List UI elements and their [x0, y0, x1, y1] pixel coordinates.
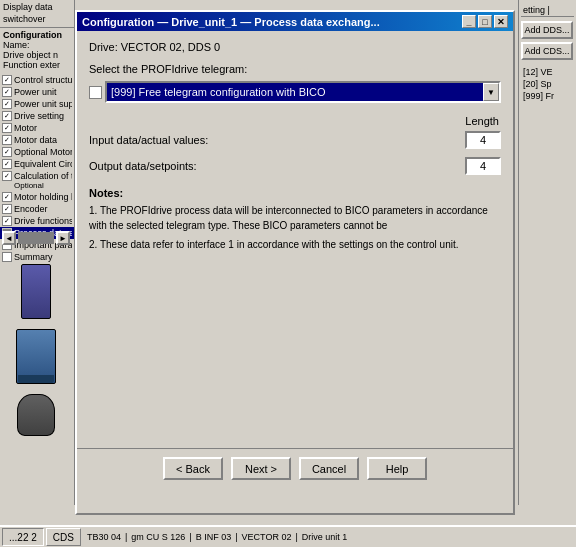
nav-item-equiv-circuit[interactable]: ✓ Equivalent Circuit — [0, 158, 74, 170]
nav-item-optional-motor[interactable]: ✓ Optional Motor Da — [0, 146, 74, 158]
checkbox-control-structure[interactable]: ✓ — [2, 75, 12, 85]
checkbox-equiv-circuit[interactable]: ✓ — [2, 159, 12, 169]
dialog-buttons: < Back Next > Cancel Help — [77, 448, 513, 488]
close-button[interactable]: ✕ — [494, 15, 508, 28]
output-data-row: Output data/setpoints: — [89, 157, 501, 175]
dialog-body: Drive: VECTOR 02, DDS 0 Select the PROFI… — [77, 31, 513, 488]
help-button[interactable]: Help — [367, 457, 427, 480]
nav-item-drive-setting[interactable]: ✓ Drive setting — [0, 110, 74, 122]
device-image-3 — [17, 394, 55, 436]
input-length-field[interactable] — [465, 131, 501, 149]
nav-label: Equivalent Circuit — [14, 159, 72, 169]
optional-badge: Optional — [2, 181, 72, 190]
checkbox-motor-data[interactable]: ✓ — [2, 135, 12, 145]
taskbar-item-1[interactable]: ...22 2 — [2, 528, 44, 546]
dialog-title: Configuration — Drive_unit_1 — Process d… — [82, 16, 462, 28]
dropdown-arrow-icon[interactable]: ▼ — [483, 83, 499, 101]
next-button[interactable]: Next > — [231, 457, 291, 480]
telegram-prompt: Select the PROFIdrive telegram: — [89, 63, 501, 75]
main-dialog: Configuration — Drive_unit_1 — Process d… — [75, 10, 515, 515]
input-data-row: Input data/actual values: — [89, 131, 501, 149]
checkbox-calculation[interactable]: ✓ — [2, 171, 12, 181]
nav-label: Power unit supplie — [14, 99, 72, 109]
telegram-checkbox[interactable] — [89, 86, 102, 99]
dialog-titlebar: Configuration — Drive_unit_1 — Process d… — [77, 12, 513, 31]
nav-label: Power unit — [14, 87, 57, 97]
notes-title: Notes: — [89, 187, 501, 199]
nav-item-motor-data[interactable]: ✓ Motor data — [0, 134, 74, 146]
checkbox-drive-setting[interactable]: ✓ — [2, 111, 12, 121]
add-cds-button[interactable]: Add CDS... — [521, 42, 573, 60]
status-item-3: B INF 03 — [196, 532, 232, 542]
notes-text-1: 1. The PROFIdrive process data will be i… — [89, 203, 501, 233]
notes-text-2: 2. These data refer to interface 1 in ac… — [89, 237, 501, 252]
nav-label: Encoder — [14, 204, 48, 214]
title-buttons: _ □ ✕ — [462, 15, 508, 28]
name-label: Name: — [3, 40, 71, 50]
status-item-1: TB30 04 — [87, 532, 121, 542]
device-images — [2, 255, 70, 445]
nav-item-motor[interactable]: ✓ Motor — [0, 122, 74, 134]
scroll-nav: ◄ ► — [2, 231, 70, 245]
telegram-select-box[interactable]: [999] Free telegram configuration with B… — [105, 81, 501, 103]
status-item-5: Drive unit 1 — [302, 532, 348, 542]
maximize-button[interactable]: □ — [478, 15, 492, 28]
drive-object-label: Drive object n — [3, 50, 71, 60]
status-icon-1: | — [125, 532, 127, 542]
scroll-track — [18, 232, 54, 244]
status-icon-4: | — [295, 532, 297, 542]
checkbox-power-unit-supply[interactable]: ✓ — [2, 99, 12, 109]
nav-label: Control structure — [14, 75, 72, 85]
checkbox-power-unit[interactable]: ✓ — [2, 87, 12, 97]
taskbar-status-area: TB30 04 | gm CU S 126 | B INF 03 | VECTO… — [83, 532, 574, 542]
checkbox-encoder[interactable]: ✓ — [2, 204, 12, 214]
setting-tab: etting | — [521, 4, 574, 17]
checkbox-drive-functions[interactable]: ✓ — [2, 216, 12, 226]
output-data-label: Output data/setpoints: — [89, 160, 465, 172]
back-button[interactable]: < Back — [163, 457, 223, 480]
right-item-3: [999] Fr — [521, 90, 574, 102]
scroll-back-btn[interactable]: ◄ — [2, 231, 16, 245]
nav-label: Motor data — [14, 135, 57, 145]
checkbox-motor-holding[interactable]: ✓ — [2, 192, 12, 202]
nav-label: Calculation of the — [14, 171, 72, 181]
nav-label: Optional Motor Da — [14, 147, 72, 157]
nav-label: Motor holding brak — [14, 192, 72, 202]
nav-item-power-unit-supply[interactable]: ✓ Power unit supplie — [0, 98, 74, 110]
config-section: Configuration Name: Drive object n Funct… — [0, 28, 74, 72]
right-item-2: [20] Sp — [521, 78, 574, 90]
config-label: Configuration — [3, 30, 71, 40]
device-image-1 — [21, 264, 51, 319]
drive-info: Drive: VECTOR 02, DDS 0 — [89, 41, 501, 53]
left-panel: Display data switchover Configuration Na… — [0, 0, 75, 505]
status-item-2: gm CU S 126 — [131, 532, 185, 542]
cancel-button[interactable]: Cancel — [299, 457, 359, 480]
status-icon-3: | — [235, 532, 237, 542]
nav-item-drive-functions[interactable]: ✓ Drive functions — [0, 215, 74, 227]
checkbox-optional-motor[interactable]: ✓ — [2, 147, 12, 157]
device-image-2 — [16, 329, 56, 384]
notes-section: Notes: 1. The PROFIdrive process data wi… — [89, 187, 501, 252]
add-dds-button[interactable]: Add DDS... — [521, 21, 573, 39]
telegram-selected-text: [999] Free telegram configuration with B… — [107, 83, 483, 101]
checkbox-motor[interactable]: ✓ — [2, 123, 12, 133]
nav-item-motor-holding[interactable]: ✓ Motor holding brak — [0, 191, 74, 203]
minimize-button[interactable]: _ — [462, 15, 476, 28]
status-item-4: VECTOR 02 — [242, 532, 292, 542]
output-length-field[interactable] — [465, 157, 501, 175]
right-sidebar: etting | Add DDS... Add CDS... [12] VE [… — [518, 0, 576, 505]
right-item-1: [12] VE — [521, 66, 574, 78]
scroll-fwd-btn[interactable]: ► — [56, 231, 70, 245]
nav-label: Motor — [14, 123, 37, 133]
nav-label: Drive functions — [14, 216, 72, 226]
nav-item-control-structure[interactable]: ✓ Control structure — [0, 74, 74, 86]
input-data-label: Input data/actual values: — [89, 134, 465, 146]
telegram-select-row: [999] Free telegram configuration with B… — [89, 81, 501, 103]
taskbar: ...22 2 CDS TB30 04 | gm CU S 126 | B IN… — [0, 525, 576, 547]
nav-item-power-unit[interactable]: ✓ Power unit — [0, 86, 74, 98]
nav-item-calculation[interactable]: ✓ Calculation of the Optional — [0, 170, 74, 191]
length-header: Length — [89, 115, 501, 127]
nav-label: Drive setting — [14, 111, 64, 121]
taskbar-item-2[interactable]: CDS — [46, 528, 81, 546]
nav-item-encoder[interactable]: ✓ Encoder — [0, 203, 74, 215]
